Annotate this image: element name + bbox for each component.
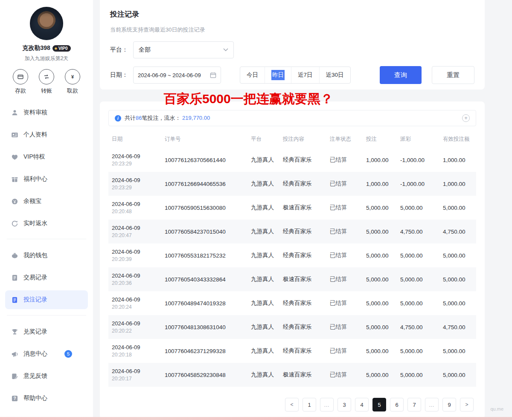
range-yesterday-button[interactable]: 昨日: [265, 67, 291, 83]
deposit-button[interactable]: 存款: [9, 69, 32, 95]
pagination-next-button[interactable]: >: [460, 398, 474, 411]
pagination-page-3[interactable]: 3: [337, 398, 351, 411]
sidebar-item-bet-records[interactable]: 投注记录: [5, 290, 88, 309]
platform-filter-row: 平台： 全部: [110, 41, 474, 58]
cell-platform: 九游真人: [247, 243, 279, 267]
expand-icon[interactable]: +: [462, 114, 470, 122]
summary-mid: 笔投注，流水：: [142, 115, 180, 121]
cell-bet-amount: 5,000.00: [363, 220, 397, 243]
cell-valid-amount: 5,000.00: [439, 339, 476, 363]
cell-order-number: 1007760553182175232: [161, 243, 247, 267]
calendar-icon: [210, 72, 216, 78]
sidebar-item-my-wallet[interactable]: 我的钱包: [5, 246, 88, 265]
sidebar-item-profile-review[interactable]: 资料审核: [5, 103, 88, 122]
cell-time: 20:20:48: [112, 209, 158, 214]
quick-action-label: 取款: [61, 87, 84, 95]
column-header: 派彩: [397, 130, 439, 148]
cell-order-number: 1007760481308631040: [161, 315, 247, 339]
pagination-page-6[interactable]: 6: [390, 398, 404, 411]
refresh-icon: [11, 220, 18, 227]
sidebar-item-vip-privilege[interactable]: VIP特权: [5, 148, 88, 166]
cell-date: 2024-06-0920:20:24: [108, 291, 161, 315]
sidebar-item-label: 余额宝: [23, 197, 41, 205]
sidebar-item-personal-info[interactable]: 个人资料: [5, 125, 88, 144]
cell-order-number: 1007760590515630080: [161, 196, 247, 220]
overlay-annotation: 百家乐5000一把连赢就要黑？: [164, 90, 333, 108]
cell-status: 已结算: [326, 291, 363, 315]
cell-status: 已结算: [326, 172, 363, 196]
sidebar-item-feedback[interactable]: 意见反馈: [5, 367, 88, 385]
cell-order-number: 1007760462371299328: [161, 339, 247, 363]
platform-select[interactable]: 全部: [133, 41, 234, 58]
quick-action-label: 转账: [35, 87, 58, 95]
sidebar-item-help-center[interactable]: ?帮助中心: [5, 389, 88, 408]
cell-date: 2024-06-0920:20:48: [108, 196, 161, 220]
transfer-button[interactable]: 转账: [35, 69, 58, 95]
cell-valid-amount: 1,000.00: [439, 172, 476, 196]
range-today-button[interactable]: 今日: [240, 67, 265, 83]
cell-bet-content: 经典百家乐: [279, 148, 326, 172]
gift-icon: [11, 176, 18, 183]
cell-status: 已结算: [326, 196, 363, 220]
cell-valid-amount: 5,000.00: [439, 291, 476, 315]
cell-bet-content: 经典百家乐: [279, 315, 326, 339]
sidebar-item-label: 实时返水: [23, 220, 47, 227]
avatar[interactable]: [30, 7, 63, 40]
table-header-row: 日期订单号平台投注内容注单状态投注派彩有效投注额: [108, 130, 476, 148]
cell-bet-content: 极速百家乐: [279, 267, 326, 291]
svg-text:?: ?: [13, 396, 16, 401]
cell-platform: 九游真人: [247, 363, 279, 387]
pagination-page-4[interactable]: 4: [355, 398, 369, 411]
table-row: 2024-06-0920:23:291007761263705661440九游真…: [108, 148, 476, 172]
main-content: 投注记录 当前系统支持查询最近30日的投注记录 平台： 全部 日期： 2024-…: [100, 0, 485, 419]
pagination-page-1[interactable]: 1: [303, 398, 316, 411]
pagination-ellipsis[interactable]: …: [425, 398, 439, 411]
pagination-ellipsis[interactable]: …: [320, 398, 334, 411]
cell-platform: 九游真人: [247, 315, 279, 339]
query-button[interactable]: 查询: [380, 66, 422, 84]
sidebar-item-prize-records[interactable]: 兑奖记录: [5, 322, 88, 341]
withdraw-button[interactable]: ¥取款: [61, 69, 84, 95]
sidebar-item-label: 兑奖记录: [23, 328, 47, 336]
pagination-page-7[interactable]: 7: [407, 398, 421, 411]
range-last-30-button[interactable]: 近30日: [319, 67, 350, 83]
cell-time: 20:23:29: [112, 161, 158, 167]
cell-valid-amount: 5,000.00: [439, 196, 476, 220]
sidebar-item-welfare-center[interactable]: 福利中心: [5, 170, 88, 188]
notification-badge: 5: [64, 350, 72, 358]
cell-date: 2024-06-0920:20:39: [108, 243, 161, 267]
quick-action-label: 存款: [9, 87, 32, 95]
sidebar-item-realtime-rebate[interactable]: 实时返水: [5, 214, 88, 233]
cell-date: 2024-06-0920:20:47: [108, 220, 161, 243]
cell-order-number: 1007760489474019328: [161, 291, 247, 315]
cell-payout: 4,750.00: [397, 220, 439, 243]
cell-bet-content: 极速百家乐: [279, 363, 326, 387]
trophy-icon: [11, 328, 18, 336]
pagination-prev-button[interactable]: <: [285, 398, 299, 411]
chevron-right-icon: >: [465, 402, 468, 408]
cell-order-number: 1007760458529230848: [161, 363, 247, 387]
sidebar-item-message-center[interactable]: 消息中心5: [5, 345, 88, 363]
sidebar-item-label: VIP特权: [23, 153, 45, 161]
filter-card: 投注记录 当前系统支持查询最近30日的投注记录 平台： 全部 日期： 2024-…: [100, 0, 485, 90]
reset-button[interactable]: 重置: [432, 66, 474, 84]
info-icon: i: [115, 115, 121, 122]
quick-actions: 存款转账¥取款: [0, 62, 93, 97]
sidebar-item-yuebao[interactable]: 余额宝: [5, 192, 88, 211]
pagination-page-5[interactable]: 5: [372, 398, 386, 411]
sidebar-item-transactions[interactable]: 交易记录: [5, 268, 88, 287]
yuan-icon: ¥: [65, 69, 80, 84]
table-row: 2024-06-0920:20:391007760553182175232九游真…: [108, 243, 476, 267]
cell-order-number: 1007761263705661440: [161, 148, 247, 172]
cell-bet-amount: 5,000.00: [363, 339, 397, 363]
cell-order-number: 1007760584237015040: [161, 220, 247, 243]
cell-date: 2024-06-0920:20:17: [108, 363, 161, 387]
range-last-7-button[interactable]: 近7日: [291, 67, 319, 83]
quick-range-group: 今日昨日近7日近30日: [240, 67, 351, 84]
date-range-input[interactable]: 2024-06-09 ~ 2024-06-09: [133, 67, 221, 84]
pagination-page-9[interactable]: 9: [442, 398, 456, 411]
cell-platform: 九游真人: [247, 220, 279, 243]
cell-date: 2024-06-0920:20:18: [108, 339, 161, 363]
vip-badge: ◆VIP0: [52, 45, 71, 52]
column-header: 日期: [108, 130, 161, 148]
